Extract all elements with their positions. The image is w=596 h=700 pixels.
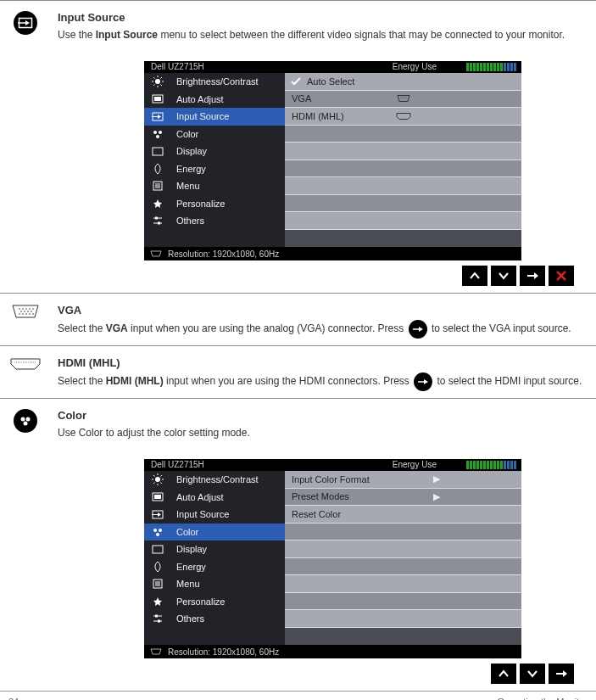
left-icon-cell [0,8,51,35]
svg-line-69 [161,475,163,477]
nav-enter-button[interactable] [549,664,574,684]
nav-up-button[interactable] [491,664,516,684]
desc-text: Use the [58,29,96,41]
enter-icon [414,372,432,391]
svg-rect-85 [155,615,158,618]
vga-port-icon [396,95,411,103]
osd-menu-item[interactable]: Display [171,143,285,160]
osd-menu-item[interactable]: Personalize [171,593,285,611]
osd-menu-item[interactable]: Auto Adjust [171,91,285,109]
svg-marker-2 [25,20,30,25]
osd-nav-buttons [0,266,596,286]
osd-menu-item[interactable]: Personalize [171,195,285,213]
desc-text: to select the VGA input source. [432,322,571,334]
section-title: HDMI (MHL) [58,356,589,369]
osd-menu-item[interactable]: Display [171,540,285,558]
svg-line-9 [161,85,163,87]
osd-menu-item[interactable]: Energy [171,160,285,178]
brightness-icon [144,471,171,489]
svg-point-48 [19,313,20,315]
desc-text: Select the [58,375,106,387]
svg-point-58 [21,417,25,422]
osd-label-column: Brightness/Contrast Auto Adjust Input So… [171,471,285,645]
nav-close-button[interactable] [549,266,574,286]
svg-line-67 [161,483,163,484]
osd-menu-item-selected[interactable]: Color [171,524,285,541]
nav-down-button[interactable] [491,266,516,286]
display-icon [144,143,171,160]
desc-text: input when you are using the HDMI connec… [166,375,412,387]
osd-label-column: Brightness/Contrast Auto Adjust Input So… [171,73,285,247]
osd-menu-item[interactable]: Menu [171,575,285,593]
osd-value-row [285,575,521,593]
svg-point-40 [22,308,24,310]
nav-up-button[interactable] [462,266,487,286]
osd-menu-item[interactable]: Color [171,126,285,143]
osd-menu-item[interactable]: Brightness/Contrast [171,73,285,91]
svg-point-50 [25,313,27,315]
svg-line-11 [161,77,163,79]
osd-menu-input-source: Dell UZ2715H Energy Use Brightness/Contr… [144,61,521,260]
nav-down-button[interactable] [520,664,545,684]
osd-value-row[interactable]: HDMI (MHL) [285,108,521,126]
osd-nav-buttons [0,664,596,684]
section-content: VGA Select the VGA input when you are us… [51,300,596,345]
osd-value-row [285,143,521,160]
osd-value-row[interactable]: Auto Select [285,73,521,91]
spacer [144,230,171,248]
nav-enter-button[interactable] [520,266,545,286]
osd-value-column: Input Color Format ▶ Preset Modes ▶ Rese… [285,471,521,645]
osd-menu-item[interactable]: Others [171,212,285,230]
svg-line-8 [153,77,155,79]
input-source-icon [14,11,37,35]
svg-marker-36 [534,272,538,279]
osd-menu-item [171,230,285,248]
menu-icon [144,575,171,593]
energy-icon [144,558,171,576]
section-desc: Select the VGA input when you are using … [58,320,589,339]
section-content: HDMI (MHL) Select the HDMI (MHL) input w… [51,353,596,398]
osd-icon-column [144,471,171,645]
section-title: Color [58,409,589,422]
svg-point-18 [159,131,162,134]
osd-menu-item[interactable]: Energy [171,558,285,576]
desc-text: to select the HDMI input source. [437,375,582,387]
osd-value-text: Reset Color [292,509,341,519]
osd-value-row[interactable]: Input Color Format ▶ [285,471,521,489]
desc-bold: Input Source [96,29,158,41]
osd-menu-item-selected[interactable]: Input Source [171,108,285,126]
osd-menu-item[interactable]: Input Source [171,506,285,524]
osd-energy-label: Energy Use [393,62,437,71]
section-desc: Use the Input Source menu to select betw… [58,27,589,42]
caret-right-icon: ▶ [433,491,440,502]
osd-menu-item[interactable]: Others [171,610,285,628]
osd-menu-item[interactable]: Auto Adjust [171,489,285,507]
osd-menu-item [171,628,285,646]
section-vga: VGA Select the VGA input when you are us… [0,293,596,345]
svg-rect-27 [155,217,158,220]
svg-point-42 [29,308,31,310]
osd-value-column: Auto Select VGA HDMI (MHL) [285,73,521,247]
osd-footer: Resolution: 1920x1080, 60Hz [144,645,521,658]
osd-menu-item[interactable]: Menu [171,177,285,195]
osd-value-row[interactable]: Reset Color [285,506,521,524]
resolution-text: Resolution: 1920x1080, 60Hz [168,647,279,657]
svg-point-60 [24,422,28,426]
svg-point-49 [22,313,24,315]
osd-menu-item[interactable]: Brightness/Contrast [171,471,285,489]
osd-value-row[interactable]: VGA [285,91,521,109]
section-content: Input Source Use the Input Source menu t… [51,8,596,49]
osd-value-text: Preset Modes [292,491,349,501]
osd-value-row [285,593,521,611]
svg-rect-29 [158,222,160,225]
osd-value-text: VGA [292,93,311,104]
svg-point-59 [26,417,31,422]
page: Input Source Use the Input Source menu t… [0,0,596,700]
display-icon [144,540,171,558]
svg-point-32 [405,97,406,98]
section-desc: Select the HDMI (MHL) input when you are… [58,372,589,391]
svg-point-52 [32,313,34,315]
section-desc: Use Color to adjust the color setting mo… [58,425,589,440]
osd-value-row[interactable]: Preset Modes ▶ [285,489,521,507]
energy-meter-icon [466,63,516,71]
